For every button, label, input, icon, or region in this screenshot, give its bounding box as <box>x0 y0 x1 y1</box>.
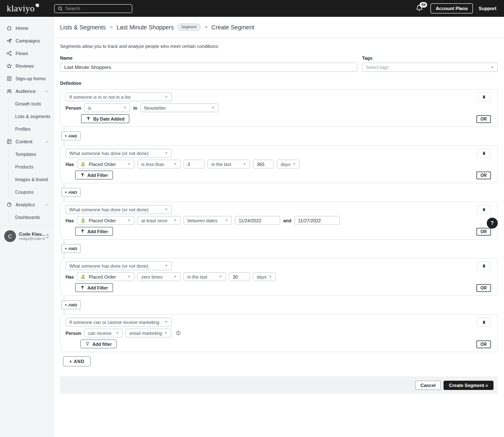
or-condition-button[interactable]: OR <box>476 340 491 348</box>
marketing-channel-select[interactable]: email marketing▼ <box>126 329 171 337</box>
end-date-input[interactable] <box>294 216 340 225</box>
delete-condition-button[interactable] <box>477 149 491 158</box>
frequency-operator-select[interactable]: zero times▼ <box>137 272 181 281</box>
condition-type-select[interactable]: If someone is in or not in a list▼ <box>66 92 172 101</box>
delete-condition-button[interactable] <box>477 92 491 101</box>
sidebar-item-label: Content <box>16 139 32 144</box>
sidebar-item-campaigns[interactable]: Campaigns <box>0 34 53 47</box>
consent-operator-select[interactable]: can receive▼ <box>84 329 123 337</box>
star-icon <box>6 63 12 69</box>
count-input[interactable] <box>184 160 205 168</box>
form-footer: Cancel Create Segment » <box>60 376 498 394</box>
chevron-down-icon: ▼ <box>491 66 494 69</box>
quantity-operator-select[interactable]: is less than▼ <box>137 160 181 168</box>
breadcrumb: Lists & Segments > Last Minute Shoppers … <box>60 24 254 31</box>
sidebar-item-dashboards[interactable]: Dashboards <box>9 211 53 224</box>
delete-condition-button[interactable] <box>477 205 491 214</box>
sidebar-item-label: Analytics <box>16 202 35 207</box>
sidebar-item-growth-tools[interactable]: Growth tools <box>9 97 53 110</box>
condition-block-placed-order-dates: What someone has done (or not done)▼ Has… <box>60 202 498 240</box>
sidebar-item-label: Reviews <box>16 63 34 68</box>
sidebar-item-content[interactable]: Content <box>0 135 53 148</box>
condition-block-placed-order-365: What someone has done (or not done)▼ Has… <box>60 145 498 183</box>
breadcrumb-lists-segments[interactable]: Lists & Segments <box>60 24 106 31</box>
condition-type-select[interactable]: If someone can or cannot receive marketi… <box>66 318 172 326</box>
sidebar-item-home[interactable]: Home <box>0 22 53 34</box>
sidebar-item-images-brand[interactable]: Images & brand <box>9 173 53 186</box>
shopify-icon: S <box>81 218 86 224</box>
unit-select[interactable]: days▼ <box>277 160 299 168</box>
unit-select[interactable]: days▼ <box>253 272 276 281</box>
delete-condition-button[interactable] <box>477 318 491 326</box>
sidebar-item-analytics[interactable]: Analytics <box>0 198 53 211</box>
add-and-condition-button[interactable]: + AND <box>61 244 81 253</box>
add-and-condition-button[interactable]: + AND <box>61 132 81 140</box>
book-icon <box>6 139 12 145</box>
or-condition-button[interactable]: OR <box>476 284 491 292</box>
svg-text:S: S <box>82 276 84 278</box>
trash-icon <box>482 263 486 269</box>
user-meta: Code Klav... midge@code.nl <box>19 232 45 241</box>
timeframe-select[interactable]: between dates▼ <box>184 216 232 225</box>
add-and-condition-button[interactable]: + AND <box>61 300 81 309</box>
condition-type-select[interactable]: What someone has done (or not done)▼ <box>66 149 172 158</box>
klaviyo-logo[interactable]: klaviyo <box>7 4 39 13</box>
definition-label: Definition <box>60 81 498 86</box>
chevron-down-icon: ▼ <box>165 264 168 268</box>
info-icon[interactable] <box>176 330 181 336</box>
add-filter-button[interactable]: Add Filter <box>75 171 113 179</box>
segment-description: Segments allow you to track and analyze … <box>60 44 498 49</box>
sidebar-item-signup-forms[interactable]: Sign-up forms <box>0 72 53 85</box>
metric-select[interactable]: S Placed Order▼ <box>77 216 134 225</box>
condition-type-select[interactable]: What someone has done (or not done)▼ <box>66 205 172 214</box>
list-select[interactable]: Newsletter▼ <box>140 103 218 112</box>
create-segment-button[interactable]: Create Segment » <box>444 381 494 390</box>
chevron-down-icon: ▼ <box>165 208 168 211</box>
delete-condition-button[interactable] <box>477 261 491 270</box>
add-filter-button[interactable]: Add filter <box>80 340 117 348</box>
support-link[interactable]: Support <box>479 6 496 11</box>
start-date-input[interactable] <box>235 216 280 225</box>
or-condition-button[interactable]: OR <box>476 228 491 236</box>
add-and-condition-button[interactable]: + AND <box>61 188 81 197</box>
notifications-button[interactable]: 89 <box>415 4 425 13</box>
tags-label: Tags <box>362 55 498 61</box>
svg-text:S: S <box>82 163 84 166</box>
funnel-icon <box>86 116 91 121</box>
tags-select[interactable]: Select tags ▼ <box>362 63 498 72</box>
account-plans-button[interactable]: Account Plans <box>430 3 472 13</box>
metric-select[interactable]: S Placed Order▼ <box>77 160 134 168</box>
by-date-added-button[interactable]: By Date Added <box>81 114 129 123</box>
condition-type-select[interactable]: What someone has done (or not done)▼ <box>66 261 172 270</box>
sidebar-item-coupons[interactable]: Coupons <box>9 186 53 198</box>
breadcrumb-segment-name[interactable]: Last Minute Shoppers <box>117 24 174 31</box>
trash-icon <box>482 95 486 100</box>
days-count-input[interactable] <box>229 272 250 281</box>
chevron-down-icon: ▼ <box>127 275 131 279</box>
cancel-button[interactable]: Cancel <box>415 381 441 390</box>
sidebar-item-audience[interactable]: Audience <box>0 85 53 97</box>
metric-select[interactable]: S Placed Order▼ <box>77 272 134 281</box>
add-and-condition-final-button[interactable]: + AND <box>63 356 91 366</box>
account-switcher[interactable]: C Code Klav... midge@code.nl <box>0 226 53 246</box>
sidebar-item-lists-segments[interactable]: Lists & segments <box>9 110 53 123</box>
add-filter-button[interactable]: Add Filter <box>75 283 113 292</box>
sidebar-item-profiles[interactable]: Profiles <box>9 123 53 135</box>
sidebar-item-flows[interactable]: Flows <box>0 47 53 60</box>
membership-operator-select[interactable]: is▼ <box>84 103 130 112</box>
search-input[interactable] <box>54 4 132 13</box>
or-condition-button[interactable]: OR <box>476 171 491 179</box>
frequency-operator-select[interactable]: at least once▼ <box>137 216 181 225</box>
shopify-icon: S <box>81 274 86 280</box>
sidebar-item-templates[interactable]: Templates <box>9 148 53 161</box>
or-condition-button[interactable]: OR <box>476 115 491 123</box>
segment-name-input[interactable] <box>60 63 357 72</box>
timeframe-select[interactable]: in the last▼ <box>207 160 250 168</box>
timeframe-select[interactable]: in the last▼ <box>184 272 226 281</box>
days-count-input[interactable] <box>253 160 274 168</box>
add-filter-button[interactable]: Add Filter <box>75 227 113 236</box>
sidebar-item-products[interactable]: Products <box>9 161 53 173</box>
help-button[interactable]: ? <box>487 218 498 229</box>
shopify-icon: S <box>81 161 86 167</box>
sidebar-item-reviews[interactable]: Reviews <box>0 60 53 72</box>
